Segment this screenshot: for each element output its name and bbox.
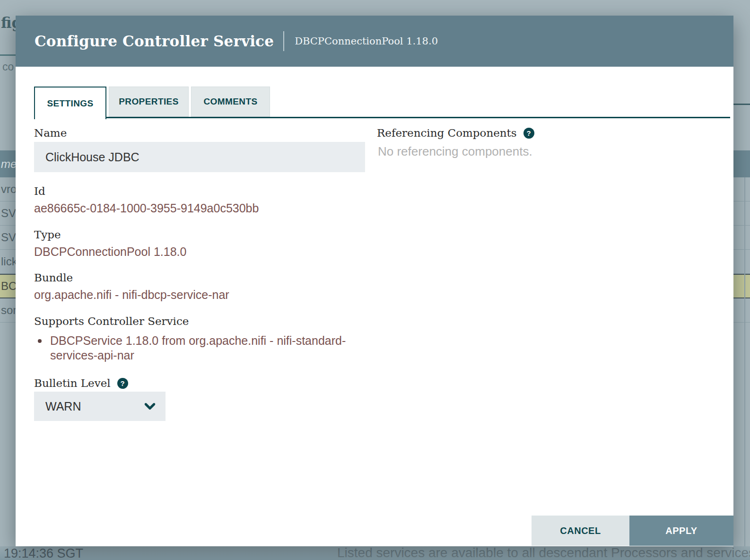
name-input[interactable] [34, 142, 365, 172]
table-row-label: lick [0, 255, 17, 268]
status-note: Listed services are available to all des… [337, 546, 750, 560]
bulletin-level-row: Bulletin Level ? [34, 377, 128, 389]
id-value: ae86665c-0184-1000-3955-9149a0c530bb [34, 201, 259, 215]
id-label: Id [34, 185, 45, 197]
tab-settings[interactable]: SETTINGS [34, 87, 106, 119]
supports-controller-service-text: DBCPService 1.18.0 from org.apache.nifi … [50, 333, 362, 363]
background-grid-line [744, 177, 745, 546]
apply-button[interactable]: APPLY [629, 516, 733, 546]
help-icon[interactable]: ? [523, 128, 534, 139]
configure-controller-service-dialog: Configure Controller Service DBCPConnect… [16, 16, 733, 546]
background-filter-partial: co [2, 61, 14, 73]
tab-underline [34, 117, 730, 118]
referencing-components-label: Referencing Components [377, 127, 517, 139]
background-divider-left [0, 54, 16, 56]
tab-bar: SETTINGS PROPERTIES COMMENTS [34, 87, 270, 119]
dialog-title: Configure Controller Service [35, 33, 274, 50]
bulletin-level-label: Bulletin Level [34, 377, 111, 389]
referencing-components-empty: No referencing components. [378, 144, 532, 159]
status-time: 19:14:36 SGT [4, 546, 83, 560]
name-label: Name [34, 127, 67, 139]
title-separator [283, 31, 284, 51]
bullet-icon [38, 339, 42, 343]
chevron-down-icon [143, 399, 157, 413]
bulletin-level-dropdown[interactable]: WARN [34, 392, 166, 421]
background-status-bar: 19:14:36 SGT Listed services are availab… [0, 546, 750, 560]
bundle-label: Bundle [34, 271, 73, 284]
type-label: Type [34, 228, 61, 241]
background-divider-right [733, 104, 750, 105]
type-value: DBCPConnectionPool 1.18.0 [34, 245, 186, 259]
referencing-components-row: Referencing Components ? [377, 127, 534, 139]
tab-properties[interactable]: PROPERTIES [109, 87, 189, 117]
tab-comments[interactable]: COMMENTS [191, 87, 270, 117]
help-icon[interactable]: ? [117, 378, 128, 389]
cancel-button[interactable]: CANCEL [532, 516, 629, 546]
background-table-header-label: me [0, 158, 17, 171]
supports-controller-service-label: Supports Controller Service [34, 315, 189, 327]
table-row-label: vro [0, 183, 17, 196]
supports-controller-service-item: DBCPService 1.18.0 from org.apache.nifi … [34, 333, 362, 363]
dialog-subtitle: DBCPConnectionPool 1.18.0 [295, 35, 438, 47]
bundle-value: org.apache.nifi - nifi-dbcp-service-nar [34, 288, 229, 302]
bulletin-level-value: WARN [45, 400, 143, 413]
dialog-header: Configure Controller Service DBCPConnect… [16, 16, 733, 67]
